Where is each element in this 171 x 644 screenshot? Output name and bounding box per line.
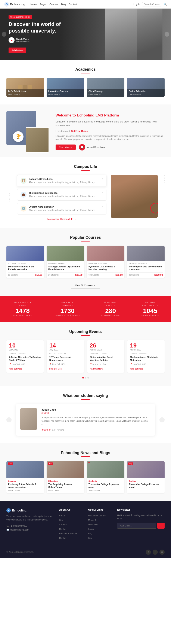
- footer-about-link-4[interactable]: Become a Teacher: [59, 532, 77, 535]
- footer-about-link-1[interactable]: Blog: [59, 519, 63, 521]
- event-month-3: August 2022: [90, 348, 122, 351]
- blog-badge-1: New: [8, 462, 13, 465]
- campus-item-business[interactable]: 💼 The Business Intelligence After you lo…: [17, 189, 106, 200]
- play-button[interactable]: [8, 37, 14, 43]
- hero-prev-button[interactable]: ‹: [2, 32, 6, 36]
- blog-card-2[interactable]: Top Education The Surprising Reason Coll…: [47, 461, 84, 493]
- testimonial-rating: ★★★★ 8,2-4 Reviews: [41, 428, 151, 432]
- stat-item-featured: Getting Featured on 1045 Online Courses: [141, 302, 160, 317]
- logo-text: Echooling.: [10, 2, 26, 6]
- footer-useful-link-0[interactable]: Resources Library: [88, 514, 106, 517]
- events-pagination: [6, 377, 165, 378]
- footer-about-link-2[interactable]: Careers: [59, 524, 67, 526]
- newsletter-submit-button[interactable]: →: [157, 523, 165, 528]
- search-input[interactable]: [142, 2, 161, 6]
- course-meta-1: UX Design 39 Lessons: [8, 262, 42, 264]
- testimonial-prev-button[interactable]: ‹: [6, 417, 11, 422]
- admission-button[interactable]: Admissions: [8, 48, 26, 53]
- stat-label-trained-top2: Trained: [12, 305, 33, 307]
- nav-courses[interactable]: Courses: [49, 3, 58, 6]
- events-dot-1[interactable]: [82, 377, 84, 378]
- welcome-award-badge: 🏆: [13, 131, 23, 142]
- nav-contact[interactable]: Contact: [69, 3, 77, 6]
- blog-card-4[interactable]: Top Starting Those after College Expense…: [127, 461, 165, 493]
- campus-item-content-1: Do More, Stress Less After you login you…: [29, 178, 100, 184]
- blog-title-3: Those after College Expenses about: [88, 483, 123, 488]
- academic-card-label-2: Innovative Courses Learn More →: [47, 89, 84, 97]
- campus-more-link[interactable]: More about Campus Life →: [17, 218, 106, 220]
- blog-card-1[interactable]: New Campus Exploring Future Schools & so…: [6, 461, 44, 493]
- footer-newsletter-title: Newsletter: [117, 508, 165, 511]
- course-tag-4b: 34 Lessons: [138, 262, 147, 264]
- stat-label-featured-top: Getting: [141, 302, 160, 304]
- course-footer-4: 26 Students $120.00: [129, 272, 163, 276]
- event-month-1: July 2022: [9, 348, 41, 351]
- academic-card-link-4[interactable]: Learn More →: [129, 93, 141, 96]
- blogs-section: Echooling News and Blogs New Campus Expl…: [0, 443, 171, 501]
- course-card-1[interactable]: UX Design 39 Lessons Dare conversations …: [6, 246, 44, 278]
- campus-item-stress[interactable]: 📋 Do More, Stress Less After you login y…: [17, 175, 106, 187]
- event-link-2[interactable]: Find Out More →: [49, 368, 65, 370]
- blog-author-1: Lamin Lanneh: [8, 490, 42, 492]
- event-location-2: 📍 New York, USA: [49, 363, 81, 365]
- event-card-1: 10 July 2022 9:00 AM - 11:00PM A Better …: [6, 340, 44, 373]
- view-all-courses-link[interactable]: View All Courses →: [71, 282, 100, 288]
- event-card-3: 26 August 2022 10:00 AM - 11:00PM Ethics…: [87, 340, 124, 373]
- course-tag-3a: DS Design: [88, 262, 97, 264]
- campus-item-content-3: System Administration After you login yo…: [29, 206, 100, 212]
- footer-email-link[interactable]: info@echooling.com: [10, 528, 29, 531]
- blog-card-3[interactable]: Students Those after College Expenses ab…: [87, 461, 124, 493]
- events-underline: [81, 335, 90, 336]
- campus-item-desc-1: After you login you have to setting the …: [29, 181, 100, 184]
- event-link-4[interactable]: Find Out More →: [130, 368, 146, 370]
- events-dot-2[interactable]: [85, 377, 86, 378]
- academic-card-link-2[interactable]: Learn More →: [48, 93, 61, 96]
- event-link-1[interactable]: Find Out More →: [9, 368, 24, 370]
- search-icon[interactable]: 🔍: [164, 3, 167, 6]
- nav-home[interactable]: Home: [30, 3, 37, 6]
- footer-useful-link-1[interactable]: Media Kit: [88, 519, 97, 521]
- read-more-button[interactable]: Read More →: [56, 144, 76, 150]
- blog-badge-2: Top: [48, 462, 53, 465]
- event-link-3[interactable]: Find Out More →: [90, 368, 105, 370]
- footer-useful-link-5[interactable]: Blog: [88, 537, 93, 539]
- welcome-actions: Read More → 💬 support@react.com: [56, 144, 165, 150]
- course-card-2[interactable]: DB Design Students Strategy Law and Orga…: [47, 246, 84, 278]
- testimonial-name: Justin Case: [41, 408, 151, 411]
- facebook-icon[interactable]: f: [146, 550, 151, 555]
- footer-col-about: Echooling. There are some and more custo…: [6, 508, 54, 541]
- event-date-3: 26: [90, 342, 122, 348]
- footer-about-link-0[interactable]: About: [59, 514, 65, 517]
- newsletter-input[interactable]: [117, 523, 156, 528]
- hero-next-button[interactable]: ›: [165, 32, 169, 36]
- academic-card-link-3[interactable]: Learn More →: [88, 93, 101, 96]
- nav-pages[interactable]: Pages: [40, 3, 46, 6]
- academic-card-innovative[interactable]: Innovative Courses Learn More →: [47, 78, 84, 97]
- stat-item-events: Scheduled Events 280 Booking Events: [101, 302, 120, 317]
- twitter-icon[interactable]: t: [153, 550, 158, 555]
- footer-about-link-3[interactable]: Contact: [59, 528, 66, 530]
- academic-card-link-1[interactable]: Learn More →: [8, 93, 20, 96]
- login-link[interactable]: Log In: [133, 3, 140, 6]
- course-card-3[interactable]: DS Design 45 Students Python for Data Sc…: [87, 246, 124, 278]
- academic-card-online-education[interactable]: Online Education Learn More →: [127, 78, 165, 97]
- academic-card-science[interactable]: Let's Talk Science Learn More →: [6, 78, 44, 97]
- footer-about-link-5[interactable]: Contact: [59, 537, 66, 539]
- footer-useful-link-3[interactable]: Forum: [88, 528, 94, 530]
- academic-card-cloud[interactable]: Cloud Storage Learn More →: [87, 78, 124, 97]
- events-dot-3[interactable]: [87, 377, 89, 378]
- footer-useful-link-4[interactable]: FAQ: [88, 532, 93, 535]
- site-logo[interactable]: Echooling.: [4, 2, 26, 7]
- nav-blog[interactable]: Blog: [61, 3, 66, 6]
- academics-grid: Let's Talk Science Learn More → Innovati…: [6, 78, 165, 97]
- course-price-1: $58.00: [35, 274, 42, 276]
- linkedin-icon[interactable]: in: [160, 550, 165, 555]
- free-guide-link[interactable]: Get Free Guide: [71, 130, 88, 132]
- course-card-4[interactable]: UX Design 34 Lessons The complete web de…: [127, 246, 165, 278]
- campus-item-admin[interactable]: ⚙️ System Administration After you login…: [17, 203, 106, 214]
- event-location-1: 📍 New York, USA: [9, 363, 41, 365]
- testimonial-next-button[interactable]: ›: [160, 417, 165, 422]
- course-students-2: 26 Students: [48, 274, 59, 276]
- footer-useful-link-2[interactable]: Newsletter: [88, 524, 98, 526]
- welcome-title: Welcome to Echooling LMS Platform: [56, 113, 165, 118]
